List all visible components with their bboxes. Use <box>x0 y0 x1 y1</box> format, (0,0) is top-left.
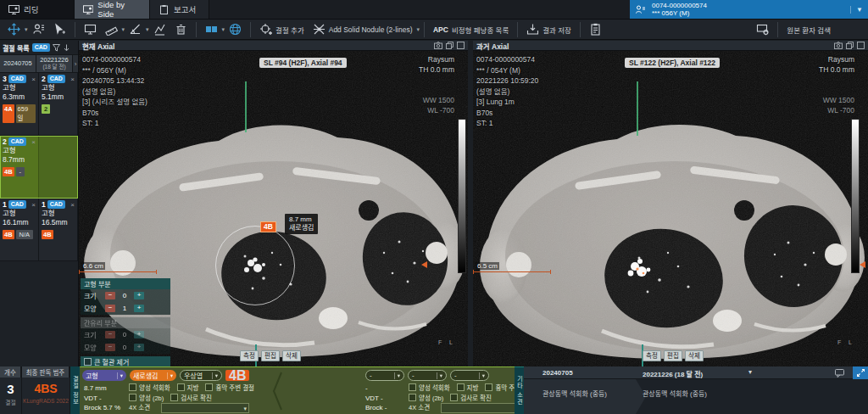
3d-view-button[interactable] <box>225 21 246 37</box>
add-nodule-button[interactable]: 결절 추가 <box>255 21 309 37</box>
solid-part-title: 고형 부분 <box>81 278 170 289</box>
grayscale-bar[interactable] <box>458 119 466 273</box>
maximize-icon[interactable] <box>857 42 865 49</box>
nodule-detail-panel: 고형▾ 새로생김▾ 우상엽▾ 4B 8.7 mm VDT - Brock 5.7… <box>80 366 515 414</box>
vessel-removal-checkbox[interactable] <box>84 358 92 366</box>
viewer-settings-button[interactable] <box>752 21 773 37</box>
close-icon[interactable]: × <box>70 201 75 209</box>
expand-panel-button[interactable] <box>853 366 868 379</box>
patient-chip[interactable]: 0074-0000000574 *** 056Y (M) ▼ <box>630 0 868 19</box>
slice-position-arrow[interactable] <box>860 261 865 268</box>
tab-reading[interactable]: 리딩 <box>0 0 75 19</box>
shape-minus-button[interactable]: − <box>105 305 115 312</box>
nodule-card-past-1[interactable]: 1CAD× 고형 16.5mm 4B <box>39 199 78 260</box>
tab-report[interactable]: 보고서 <box>150 0 209 19</box>
nodule-marker-4b[interactable]: 4B <box>260 221 276 232</box>
delete-button[interactable]: 삭제 <box>685 350 704 361</box>
measure-button[interactable]: 측정 <box>240 350 259 361</box>
report-clipboard-button[interactable] <box>585 21 606 37</box>
apc-list-button[interactable]: APC 비정형 폐낭종 목록 <box>429 23 513 36</box>
copy-icon[interactable] <box>446 42 453 49</box>
sort-down-icon[interactable] <box>63 44 70 52</box>
nodule-status-dropdown[interactable]: 새로생김▾ <box>130 370 176 381</box>
comment-icon[interactable] <box>835 369 844 378</box>
filter-funnel-icon[interactable] <box>53 44 60 52</box>
calcification-checkbox[interactable]: 양성 석회화 <box>129 383 170 394</box>
pan-chevron-down-icon[interactable]: ▾ <box>25 26 28 33</box>
size-plus-button[interactable]: + <box>134 331 144 338</box>
findings-past-date[interactable]: 20221226 (18 달 전) <box>643 369 703 378</box>
nodule-number: 2 <box>42 75 46 83</box>
origin-patient-search-button[interactable]: 원본 환자 검색 <box>782 23 865 36</box>
nodule-card-current-3[interactable]: 3CAD× 고형 6.3mm 4A659 일 <box>0 73 39 135</box>
nodule-card-current-1[interactable]: 1CAD× 고형 16.1mm 4BN/A <box>0 199 39 260</box>
save-result-button[interactable]: 결과 저장 <box>522 21 576 37</box>
size-minus-button[interactable]: − <box>105 292 115 299</box>
past-study-date[interactable]: 20221226 (18 달 전) <box>36 55 73 72</box>
nodule-lobe-dropdown[interactable]: 우상엽▾ <box>180 370 222 381</box>
measure-button[interactable]: 측정 <box>643 350 661 361</box>
edit-button[interactable]: 편집 <box>664 350 682 361</box>
pan-tool-button[interactable] <box>3 21 25 37</box>
camera-icon[interactable] <box>434 42 442 49</box>
shape-plus-button[interactable]: + <box>134 344 144 351</box>
ruler-tool-button[interactable] <box>101 21 122 37</box>
sidebar-expander[interactable]: › <box>73 55 78 72</box>
findings-date-chevron-icon[interactable]: ▾ <box>746 368 754 376</box>
add-solid-nodule-chevron-icon[interactable]: ▾ <box>416 26 420 33</box>
benign-checkbox[interactable]: 양성 (2b) <box>129 394 164 404</box>
polyline-tool-button[interactable] <box>149 21 170 37</box>
copy-icon[interactable] <box>846 42 854 49</box>
close-icon[interactable]: × <box>70 76 75 83</box>
current-study-date[interactable]: 20240705 <box>0 55 36 72</box>
past-viewport[interactable]: 과거 Axial <box>473 41 868 366</box>
pleural-checkbox[interactable]: 흉막 주변 결절 <box>205 383 254 394</box>
tab-side-by-side[interactable]: Side by Side <box>75 0 150 19</box>
nodule-card-past-empty[interactable] <box>39 136 78 198</box>
close-icon[interactable]: × <box>31 201 36 209</box>
size-plus-button[interactable]: + <box>134 292 144 299</box>
screen-capture-button[interactable] <box>80 21 101 37</box>
cad-toggle-badge[interactable]: CAD <box>32 43 50 52</box>
ruler-icon <box>105 23 118 36</box>
close-icon[interactable]: × <box>31 76 36 83</box>
delete-annotation-button[interactable] <box>170 21 192 37</box>
maximize-icon[interactable] <box>457 42 465 49</box>
slice-chip[interactable]: SL #94 (H2F), Axial #94 <box>259 58 347 68</box>
edit-button[interactable]: 편집 <box>261 350 280 361</box>
nodule-type-dropdown[interactable]: -▾ <box>365 370 404 381</box>
calcification-checkbox[interactable]: 양성 석회화 <box>409 383 450 394</box>
current-ct-image[interactable]: 0074-0000000574 *** / 056Y (M) 20240705 … <box>79 51 468 366</box>
confirmed-checkbox[interactable]: 검사로 확진 <box>170 394 212 404</box>
slice-position-arrow[interactable] <box>421 261 427 268</box>
point-select-button[interactable] <box>49 21 70 37</box>
past-ct-image[interactable]: 0074-0000000574 *** / 054Y (M) 20221226 … <box>473 51 868 366</box>
close-icon[interactable]: × <box>31 138 36 146</box>
fat-checkbox[interactable]: 지방 <box>177 383 199 394</box>
patient-chevron-down-icon[interactable]: ▼ <box>850 6 863 14</box>
current-viewport[interactable]: 현재 Axial <box>79 41 468 366</box>
nodule-card-current-2[interactable]: 2CAD× 고형 8.7mm 4B- <box>0 136 39 198</box>
grayscale-bar[interactable] <box>851 119 860 273</box>
finding-4x-select[interactable]: ▾ <box>161 403 249 413</box>
camera-icon[interactable] <box>834 42 843 49</box>
main-toolbar: ▾ ▾ ▾ ▾ 결절 추가 <box>0 19 868 40</box>
angle-tool-button[interactable] <box>125 21 146 37</box>
nodule-lobe-dropdown[interactable]: -▾ <box>450 370 489 381</box>
orientation-marker: F <box>438 339 442 345</box>
nodule-type-dropdown[interactable]: 고형▾ <box>82 370 126 381</box>
confirmed-checkbox[interactable]: 검사로 확진 <box>450 394 492 404</box>
fat-checkbox[interactable]: 지방 <box>457 383 479 394</box>
slice-chip[interactable]: SL #122 (H2F), Axial #122 <box>625 58 720 68</box>
size-minus-button[interactable]: − <box>105 331 115 338</box>
nodule-card-past-2[interactable]: 2CAD× 고형 5.1mm 2 <box>39 73 78 135</box>
shape-plus-button[interactable]: + <box>134 305 144 312</box>
nodule-status-dropdown[interactable]: -▾ <box>408 370 447 381</box>
delete-button[interactable]: 삭제 <box>282 350 301 361</box>
windowing-button[interactable] <box>28 21 49 37</box>
layout-button[interactable] <box>201 21 222 37</box>
benign-checkbox[interactable]: 양성 (2b) <box>409 394 443 404</box>
add-solid-nodule-button[interactable]: Add Solid Nodule (2-lines) <box>309 21 417 37</box>
toolbar-divider <box>580 22 581 37</box>
shape-minus-button[interactable]: − <box>105 344 115 351</box>
